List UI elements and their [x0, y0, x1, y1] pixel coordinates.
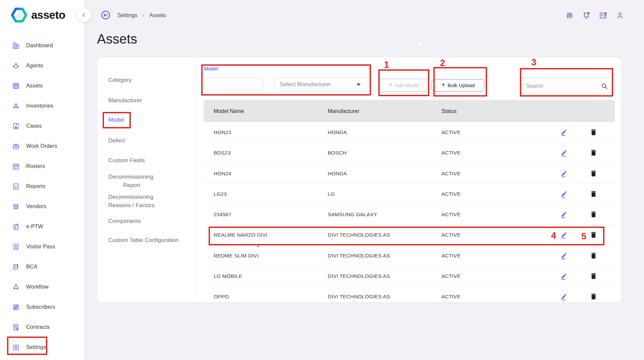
settings-card-icon	[12, 344, 20, 351]
table-body: HON23 HONDA ACTIVE BOS23 BOSCH ACTIVE HO…	[204, 122, 615, 302]
sidebar-item-dashboard[interactable]: Dashboard	[0, 36, 84, 56]
edit-icon[interactable]	[560, 251, 568, 260]
cell-status: ACTIVE	[441, 212, 461, 218]
clipboard-check-icon	[12, 223, 20, 231]
sidebar-item-e-ptw[interactable]: e-PTW	[0, 217, 84, 237]
cell-status: ACTIVE	[441, 150, 461, 156]
settings-nav-model[interactable]: Model	[108, 117, 124, 123]
settings-nav-defect[interactable]: Defect	[108, 137, 125, 144]
sidebar-item-rosters[interactable]: Rosters	[0, 156, 84, 176]
sidebar-item-agents[interactable]: Agents	[0, 56, 84, 76]
table-row: REDME SLIM DIVI DIVI TECHNOLOGIES AS ACT…	[204, 245, 615, 266]
store-icon	[12, 203, 20, 211]
settings-nav-decommissioning-reasons[interactable]: Decommissioning Reasons / Factors	[108, 193, 155, 209]
breadcrumb-assets[interactable]: Assets	[149, 12, 166, 18]
table-row: LG23 LG ACTIVE	[204, 184, 615, 204]
sidebar-item-bca[interactable]: BCA	[0, 257, 84, 277]
edit-icon[interactable]	[560, 292, 568, 301]
edit-icon[interactable]	[560, 231, 568, 239]
settings-nav-components[interactable]: Components	[108, 218, 141, 225]
delete-icon[interactable]	[590, 190, 597, 198]
manufacturer-select[interactable]: Select Manufacturer	[274, 77, 368, 91]
cell-model-name: LG MOBILE	[214, 273, 242, 279]
sidebar-item-vendors[interactable]: Vendors	[0, 196, 84, 217]
column-status: Status	[441, 108, 457, 114]
delete-icon[interactable]	[590, 293, 597, 300]
settings-nav-custom-table-configuration[interactable]: Custom Table Configuration	[108, 237, 178, 244]
settings-nav-divider	[195, 57, 196, 302]
delete-icon[interactable]	[590, 272, 597, 280]
annotation-number-3: 3	[531, 57, 536, 68]
page-title: Assets	[97, 32, 137, 47]
abacus-icon	[12, 82, 20, 90]
table-row: OPPO DIVI TECHNOLOGIES AS ACTIVE	[204, 286, 615, 302]
add-model-button[interactable]: + Add Model	[379, 79, 429, 92]
annotation-number-5: 5	[581, 231, 586, 242]
cell-model-name: OPPO	[214, 294, 229, 300]
notifications-bell-icon[interactable]	[582, 11, 591, 20]
audit-check-icon[interactable]	[599, 11, 607, 20]
delete-icon[interactable]	[590, 211, 597, 218]
delete-icon[interactable]	[590, 170, 597, 177]
contract-icon	[12, 323, 20, 331]
sidebar-item-assets[interactable]: Assets	[0, 76, 84, 96]
breadcrumb-settings[interactable]: Settings	[117, 12, 138, 18]
table-row: 234567 SAMSUNG GALAXY ACTIVE	[204, 204, 615, 225]
nodes-icon	[12, 102, 20, 110]
bulk-upload-button[interactable]: + Bulk Upload	[432, 79, 484, 92]
settings-nav-custom-fields[interactable]: Custom Fields	[108, 157, 145, 164]
sidebar-item-settings[interactable]: Settings	[0, 337, 84, 357]
sidebar-item-inventories[interactable]: Inventories	[0, 96, 84, 116]
annotation-number-2: 2	[440, 58, 445, 68]
edit-icon[interactable]	[560, 210, 568, 219]
header-actions	[565, 11, 624, 20]
cell-status: ACTIVE	[441, 191, 461, 197]
cell-model-name: BOS23	[214, 150, 231, 156]
edit-icon[interactable]	[560, 272, 568, 280]
search-input[interactable]	[526, 83, 601, 89]
delete-icon[interactable]	[590, 149, 597, 157]
edit-icon[interactable]	[560, 148, 568, 157]
cell-manufacturer: DIVI TECHNOLOGIES AS	[328, 232, 390, 238]
annotation-number-4: 4	[551, 231, 556, 241]
delete-icon[interactable]	[590, 231, 597, 239]
cell-status: ACTIVE	[441, 273, 461, 279]
workflow-icon	[12, 283, 20, 291]
search-field[interactable]	[521, 78, 615, 94]
settings-nav-category[interactable]: Category	[108, 77, 131, 83]
sidebar-item-subscribers[interactable]: Subscribers	[0, 297, 84, 317]
cell-manufacturer: DIVI TECHNOLOGIES AS	[328, 253, 390, 259]
filter-sliders-icon[interactable]	[565, 11, 574, 20]
delete-icon[interactable]	[590, 128, 597, 136]
edit-icon[interactable]	[560, 190, 568, 198]
report-chart-icon	[12, 183, 20, 190]
case-warning-icon	[12, 122, 20, 130]
sidebar-item-workflow[interactable]: Workflow	[0, 277, 84, 297]
delete-icon[interactable]	[590, 252, 597, 259]
model-name-input[interactable]	[204, 77, 263, 90]
edit-icon[interactable]	[560, 169, 568, 178]
sidebar-collapse-button[interactable]: ‹	[77, 8, 91, 22]
sidebar-item-visitor-pass[interactable]: Visitor Pass	[0, 237, 84, 257]
sidebar-item-reports[interactable]: Reports	[0, 176, 84, 196]
table-row: HON24 HONDA ACTIVE	[204, 163, 615, 184]
calendar-icon	[12, 163, 20, 170]
settings-nav-manufacturer[interactable]: Manufacturer	[108, 97, 142, 104]
table-row: BOS23 BOSCH ACTIVE	[204, 142, 615, 163]
sidebar-item-contracts[interactable]: Contracts	[0, 317, 84, 337]
id-card-icon	[12, 243, 20, 251]
asseto-hexagon-logo-icon	[11, 7, 27, 23]
breadcrumb-back-button[interactable]	[101, 10, 110, 20]
settings-nav-decommissioning-report[interactable]: Decommissioning Report	[108, 173, 153, 189]
cell-model-name: HON24	[214, 171, 231, 177]
cell-manufacturer: DIVI TECHNOLOGIES AS	[328, 273, 390, 279]
sidebar-item-work-orders[interactable]: Work Orders	[0, 136, 84, 156]
cell-manufacturer: HONDA	[328, 171, 347, 177]
profile-icon[interactable]	[615, 11, 624, 20]
grid-check-icon	[12, 303, 20, 311]
brand-name: asseto	[31, 9, 65, 21]
edit-icon[interactable]	[560, 128, 568, 136]
annotation-number-1: 1	[384, 60, 389, 70]
cell-status: ACTIVE	[441, 232, 461, 238]
sidebar-item-cases[interactable]: Cases	[0, 116, 84, 136]
